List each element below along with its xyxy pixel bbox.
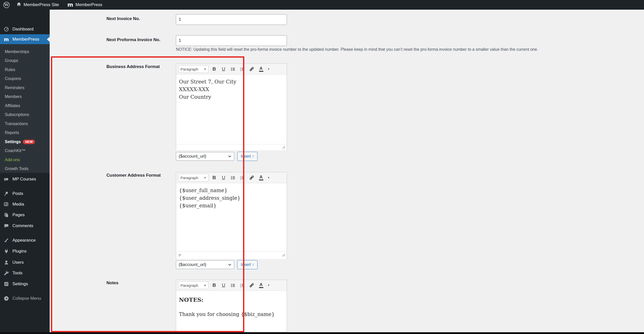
insert-button[interactable]: Insert ↑ [237,260,257,269]
submenu-item-coupons[interactable]: Coupons [0,74,50,84]
wordpress-logo-icon[interactable]: W [3,2,10,8]
customer-address-label: Customer Address Format [106,173,161,178]
submenu-item-settings-current[interactable]: Settings NEW [0,137,50,146]
merge-tag-select[interactable]: {$account_url} [176,152,234,161]
underline-button[interactable]: U [220,174,227,181]
link-button[interactable] [248,174,255,181]
submenu-item-growth-tools[interactable]: Growth Tools [0,164,50,174]
pages-icon [4,212,9,218]
text-color-button[interactable]: A [257,174,265,181]
bullet-list-button[interactable] [229,65,237,73]
editor-toolbar: Paragraph ▼ B U 123 A ▼ [176,172,287,183]
home-icon [16,2,21,8]
sidebar-item-appearance[interactable]: Appearance [0,235,50,246]
select-arrow-icon: ▼ [204,284,206,287]
submenu-item-groups[interactable]: Groups [0,56,50,65]
memberpress-logo-icon: m [67,2,73,7]
editor-content-area[interactable]: Our Street 7, Our City XXXXX-XXX Our Cou… [176,75,287,144]
active-item-arrow [47,37,50,42]
submenu-item-affiliates[interactable]: Affiliates [0,101,50,110]
link-button[interactable] [248,65,255,73]
numbered-list-button[interactable]: 123 [238,174,246,181]
editor-line: Thank you for choosing {$biz_name} [179,310,284,318]
submenu-item-coachkit[interactable]: CoachKit™ [0,146,50,156]
text-color-bar [259,179,263,180]
bold-button[interactable]: B [210,65,218,73]
admin-bar-memberpress-link[interactable]: m MemberPress [67,2,102,7]
admin-bar-site-link[interactable]: MemberPress Site [16,2,59,8]
resize-handle[interactable] [282,253,285,257]
sidebar-item-label: MP Courses [12,177,36,182]
sidebar-item-users[interactable]: Users [0,257,50,268]
underline-button[interactable]: U [220,65,227,73]
select-arrow-icon: ▼ [204,176,206,179]
link-button[interactable] [248,281,255,289]
merge-tag-value: {$account_url} [179,154,206,159]
editor-content-area[interactable]: NOTES: Thank you for choosing {$biz_name… [176,291,287,333]
submenu-item-memberships[interactable]: Memberships [0,47,50,56]
resize-handle[interactable] [282,145,285,149]
bold-button[interactable]: B [210,281,218,289]
text-color-dropdown-arrow[interactable]: ▼ [267,174,271,181]
sidebar-item-memberpress[interactable]: m MemberPress [0,34,50,44]
select-arrow-icon: ▼ [204,68,206,71]
next-proforma-input[interactable] [176,35,287,46]
sidebar-item-label: Comments [12,223,33,228]
submenu-item-addons[interactable]: Add-ons [0,155,50,164]
submenu-item-rules[interactable]: Rules [0,65,50,74]
sidebar-item-collapse-menu[interactable]: Collapse Menu [0,293,50,304]
submenu-item-subscriptions[interactable]: Subscriptions [0,110,50,120]
editor-content-area[interactable]: {$user_full_name} {$user_address_single}… [176,183,287,251]
media-icon [4,202,9,207]
admin-bar-memberpress-label: MemberPress [76,2,102,7]
sidebar-item-label: Collapse Menu [12,296,41,301]
submenu-item-reports[interactable]: Reports [0,128,50,138]
bullet-list-button[interactable] [229,174,237,181]
underline-button[interactable]: U [220,281,227,289]
svg-text:3: 3 [240,70,241,71]
editor-toolbar: Paragraph ▼ B U 123 A ▼ [176,64,287,75]
text-color-dropdown-arrow[interactable]: ▼ [267,281,271,289]
text-color-button[interactable]: A [257,65,265,73]
sidebar-item-comments[interactable]: Comments [0,221,50,231]
bold-button[interactable]: B [210,174,218,181]
pin-icon [4,191,9,196]
sidebar-item-plugins[interactable]: Plugins [0,246,50,257]
text-color-button[interactable]: A [257,281,265,289]
text-color-bar [259,71,263,72]
insert-button[interactable]: Insert ↑ [237,152,257,161]
submenu-item-reminders[interactable]: Reminders [0,83,50,92]
notes-heading: NOTES: [179,296,284,304]
sidebar-item-media[interactable]: Media [0,199,50,210]
sidebar-item-label: Appearance [12,238,36,243]
submenu-item-members[interactable]: Members [0,92,50,102]
paragraph-select-value: Paragraph [180,283,198,288]
sidebar-item-tools[interactable]: Tools [0,268,50,278]
paragraph-format-select[interactable]: Paragraph ▼ [178,174,209,181]
paragraph-select-value: Paragraph [180,176,198,180]
editor-status-bar: P [176,251,287,259]
dashboard-icon [4,26,9,32]
text-color-letter: A [260,175,263,179]
numbered-list-button[interactable]: 123 [238,65,246,73]
sidebar-item-pages[interactable]: Pages [0,210,50,220]
sidebar-item-label: Users [12,260,24,265]
numbered-list-button[interactable]: 123 [238,281,246,289]
next-proforma-label: Next Proforma Invoice No. [106,37,160,42]
paragraph-format-select[interactable]: Paragraph ▼ [178,281,209,289]
sidebar-item-settings[interactable]: Settings [0,279,50,289]
submenu-item-transactions[interactable]: Transactions [0,119,50,128]
paragraph-format-select[interactable]: Paragraph ▼ [178,65,209,73]
next-invoice-input[interactable] [176,14,287,25]
sidebar-item-label: Plugins [12,249,27,254]
text-color-dropdown-arrow[interactable]: ▼ [267,65,271,73]
bullet-list-button[interactable] [229,281,237,289]
merge-tag-value: {$account_url} [179,262,206,267]
sidebar-item-mp-courses[interactable]: MP Courses [0,174,50,185]
merge-tag-select[interactable]: {$account_url} [176,260,234,269]
editor-line: Our Country [179,93,284,101]
sidebar-item-posts[interactable]: Posts [0,188,50,199]
sidebar-item-dashboard[interactable]: Dashboard [0,24,50,35]
merge-tag-row: {$account_url} Insert ↑ [176,152,257,161]
notes-label: Notes [106,280,118,286]
